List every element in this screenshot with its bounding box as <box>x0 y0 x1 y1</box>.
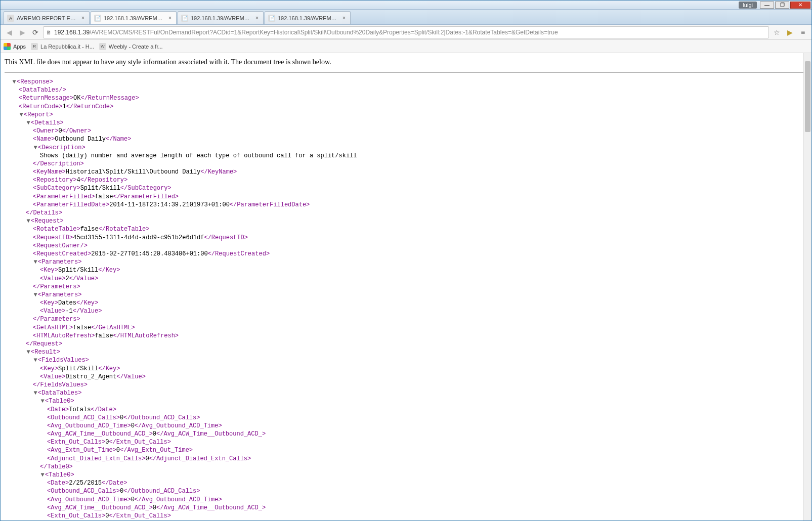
xml-line: ▼<Table0> <box>5 397 807 405</box>
xml-toggle-icon[interactable]: ▼ <box>33 356 38 364</box>
xml-toggle-icon[interactable]: ▼ <box>26 348 31 356</box>
xml-line: <Extn_Out_Calls>0</Extn_Out_Calls> <box>5 438 807 446</box>
xml-line: <Key>Split/Skill</Key> <box>5 365 807 373</box>
bookmarks-bar: Apps R La Repubblica.it - H... W Weebly … <box>1 40 811 53</box>
xml-line: <Avg_Outbound_ACD_Time>0</Avg_Outbound_A… <box>5 496 807 504</box>
maximize-button[interactable]: ❐ <box>775 2 789 9</box>
vertical-scrollbar[interactable] <box>803 53 811 520</box>
xml-line: <Repository>4</Repository> <box>5 176 807 184</box>
xml-line: <Extn_Out_Calls>0</Extn_Out_Calls> <box>5 512 807 520</box>
xml-line: ▼<Table0> <box>5 471 807 479</box>
xml-line: <Adjunct_Dialed_Extn_Calls>0</Adjunct_Di… <box>5 455 807 463</box>
browser-tab[interactable]: 📄 192.168.1.39/AVREMO/C × <box>91 11 177 24</box>
reload-button[interactable]: ⟳ <box>30 27 41 38</box>
xml-line: <ReturnCode>1</ReturnCode> <box>5 103 807 111</box>
browser-tab[interactable]: 📄 192.168.1.39/AVREMO/CN × <box>178 11 264 24</box>
bookmark-label: Weebly - Create a fr... <box>109 44 163 50</box>
xml-line: <Name>Outbound Daily</Name> <box>5 135 807 143</box>
tab-close-icon[interactable]: × <box>167 15 173 21</box>
tab-close-icon[interactable]: × <box>341 15 347 21</box>
divider <box>5 72 807 73</box>
tab-title: 192.168.1.39/AVREMO/CN <box>191 15 252 21</box>
titlebar: luigi — ❐ ✕ <box>1 1 811 10</box>
xml-line: <Value>2</Value> <box>5 275 807 283</box>
extension-icon[interactable]: ▶ <box>784 27 795 38</box>
xml-line: <Outbound_ACD_Calls>0</Outbound_ACD_Call… <box>5 414 807 422</box>
browser-window: luigi — ❐ ✕ A AVREMO REPORT EXPLO × 📄 19… <box>0 0 812 521</box>
tab-favicon-icon: A <box>7 15 14 22</box>
apps-icon <box>4 43 11 50</box>
xml-notice: This XML file does not appear to have an… <box>5 58 807 70</box>
xml-line: </FieldsValues> <box>5 381 807 389</box>
tab-title: AVREMO REPORT EXPLO <box>17 15 78 21</box>
url-host: 192.168.1.39 <box>54 29 90 36</box>
browser-tab[interactable]: A AVREMO REPORT EXPLO × <box>4 11 90 24</box>
tab-favicon-icon: 📄 <box>94 15 101 22</box>
menu-icon[interactable]: ≡ <box>797 27 808 38</box>
xml-toggle-icon[interactable]: ▼ <box>40 471 45 479</box>
xml-line: </Details> <box>5 209 807 217</box>
tab-close-icon[interactable]: × <box>80 15 86 21</box>
back-button[interactable]: ◀ <box>4 27 15 38</box>
xml-line: <Value>Distro_2_Agent</Value> <box>5 373 807 381</box>
xml-line: <GetAsHTML>false</GetAsHTML> <box>5 324 807 332</box>
xml-toggle-icon[interactable]: ▼ <box>19 111 24 119</box>
bookmark-favicon-icon: W <box>99 43 106 50</box>
xml-line: <DataTables/> <box>5 86 807 94</box>
tabstrip: A AVREMO REPORT EXPLO × 📄 192.168.1.39/A… <box>1 10 811 25</box>
bookmark-favicon-icon: R <box>31 43 38 50</box>
xml-tree: ▼<Response><DataTables/><ReturnMessage>O… <box>5 78 807 520</box>
bookmark-item[interactable]: W Weebly - Create a fr... <box>99 43 163 50</box>
tab-close-icon[interactable]: × <box>254 15 260 21</box>
xml-line: <KeyName>Historical\Split/Skill\Outbound… <box>5 168 807 176</box>
scrollbar-thumb[interactable] <box>805 61 810 132</box>
bookmark-star-icon[interactable]: ☆ <box>771 27 782 38</box>
tab-favicon-icon: 📄 <box>268 15 275 22</box>
apps-label: Apps <box>13 44 26 50</box>
xml-line: ▼<Description> <box>5 144 807 152</box>
tab-title: 192.168.1.39/AVREMO/CN <box>278 15 339 21</box>
user-chip[interactable]: luigi <box>739 2 757 9</box>
page-icon: 🗎 <box>46 29 52 35</box>
xml-line: </Parameters> <box>5 283 807 291</box>
xml-line: <HTMLAutoRefresh>false</HTMLAutoRefresh> <box>5 332 807 340</box>
tab-favicon-icon: 📄 <box>181 15 188 22</box>
bookmark-label: La Repubblica.it - H... <box>40 44 94 50</box>
browser-tab[interactable]: 📄 192.168.1.39/AVREMO/CN × <box>265 11 351 24</box>
xml-line: <Date>Totals</Date> <box>5 406 807 414</box>
xml-toggle-icon[interactable]: ▼ <box>26 217 31 225</box>
xml-line: ▼<DataTables> <box>5 389 807 397</box>
xml-line: <RequestID>45cd3155-1311-4d4d-add9-c951b… <box>5 234 807 242</box>
xml-line: <Avg_Outbound_ACD_Time>0</Avg_Outbound_A… <box>5 422 807 430</box>
xml-toggle-icon[interactable]: ▼ <box>33 144 38 152</box>
xml-line: <Key>Split/Skill</Key> <box>5 266 807 274</box>
xml-line: <ParameterFilledDate>2014-11-18T23:14:39… <box>5 201 807 209</box>
address-bar[interactable]: 🗎 192.168.1.39 /AVREMO/CMS/RESTFul/OnDem… <box>43 26 769 38</box>
xml-toggle-icon[interactable]: ▼ <box>33 258 38 266</box>
apps-button[interactable]: Apps <box>4 43 26 50</box>
url-path: /AVREMO/CMS/RESTFul/OnDemandReport?ACDid… <box>90 29 558 36</box>
xml-line: </Parameters> <box>5 315 807 323</box>
xml-line: <Date>2/25/2015</Date> <box>5 479 807 487</box>
xml-line: <Owner>0</Owner> <box>5 127 807 135</box>
xml-line: <Avg_ACW_Time__Outbound_ACD_>0</Avg_ACW_… <box>5 430 807 438</box>
xml-toggle-icon[interactable]: ▼ <box>40 397 45 405</box>
xml-toggle-icon[interactable]: ▼ <box>26 119 31 127</box>
xml-toggle-icon[interactable]: ▼ <box>33 389 38 397</box>
xml-line: ▼<Parameters> <box>5 291 807 299</box>
xml-line: </Request> <box>5 340 807 348</box>
content-area: This XML file does not appear to have an… <box>1 53 811 520</box>
xml-line: <RequestOwner/> <box>5 242 807 250</box>
forward-button[interactable]: ▶ <box>17 27 28 38</box>
bookmark-item[interactable]: R La Repubblica.it - H... <box>31 43 94 50</box>
tab-title: 192.168.1.39/AVREMO/C <box>104 15 165 21</box>
minimize-button[interactable]: — <box>760 2 774 9</box>
toolbar: ◀ ▶ ⟳ 🗎 192.168.1.39 /AVREMO/CMS/RESTFul… <box>1 25 811 40</box>
xml-line: ▼<FieldsValues> <box>5 356 807 364</box>
xml-line: <RequestCreated>2015-02-27T01:45:20.4034… <box>5 250 807 258</box>
xml-line: ▼<Report> <box>5 111 807 119</box>
close-button[interactable]: ✕ <box>790 2 810 9</box>
xml-toggle-icon[interactable]: ▼ <box>33 291 38 299</box>
xml-toggle-icon[interactable]: ▼ <box>12 78 17 86</box>
xml-line: <SubCategory>Split/Skill</SubCategory> <box>5 184 807 192</box>
